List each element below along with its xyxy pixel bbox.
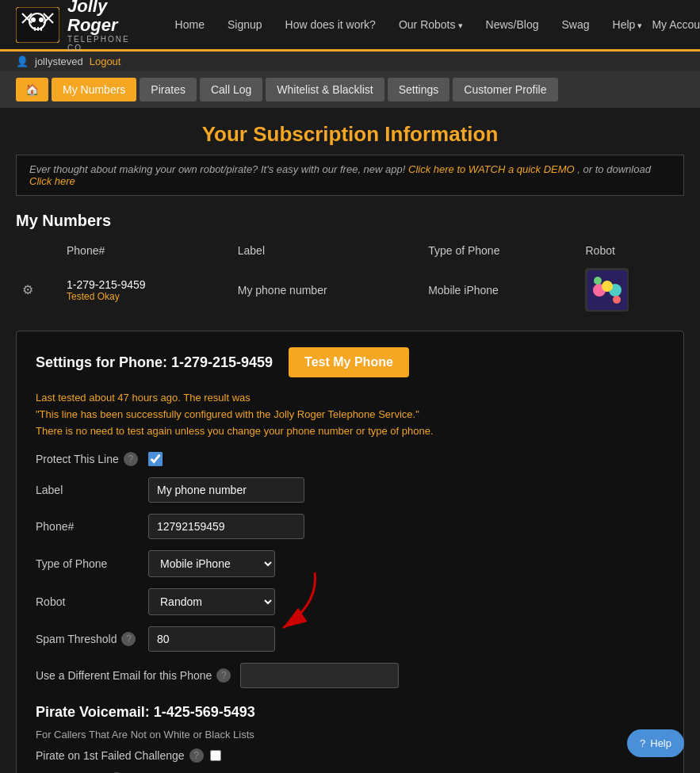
nav-signup[interactable]: Signup xyxy=(218,12,272,37)
tabs-bar: 🏠 My Numbers Pirates Call Log Whitelist … xyxy=(0,71,700,108)
svg-point-15 xyxy=(594,277,602,285)
svg-rect-0 xyxy=(16,7,59,43)
help-icon: ? xyxy=(640,737,645,749)
settings-header: Settings for Phone: 1-279-215-9459 Test … xyxy=(36,347,664,377)
email-help-icon[interactable]: ? xyxy=(216,668,231,683)
col-robot: Robot xyxy=(579,239,684,262)
phone-type-cell: Mobile iPhone xyxy=(422,262,579,318)
svg-rect-6 xyxy=(40,27,42,31)
promo-separator: , or to download xyxy=(577,163,651,175)
nav-how[interactable]: How does it work? xyxy=(276,12,385,37)
nav-news[interactable]: News/Blog xyxy=(476,12,549,37)
robot-image xyxy=(585,268,629,312)
tab-pirates[interactable]: Pirates xyxy=(140,78,197,101)
page-title: Your Subscription Information xyxy=(0,108,700,155)
top-navigation: Jolly Roger TELEPHONE CO Home Signup How… xyxy=(0,0,700,52)
label-row: Label xyxy=(36,477,664,503)
spam-row: Spam Threshold ? xyxy=(36,626,664,652)
nav-robots[interactable]: Our Robots xyxy=(389,12,472,37)
col-label: Label xyxy=(231,239,422,262)
type-label: Type of Phone xyxy=(36,557,139,570)
tested-ok-status: Tested Okay xyxy=(67,291,225,302)
svg-rect-5 xyxy=(37,27,39,31)
spam-label: Spam Threshold ? xyxy=(36,632,139,646)
my-numbers-title: My Numbers xyxy=(16,212,684,230)
protect-label: Protect This Line ? xyxy=(36,452,139,466)
status-line1: Last tested about 47 hours ago. The resu… xyxy=(36,390,664,407)
voicemail-subtitle: For Callers That Are Not on White or Bla… xyxy=(36,729,664,740)
numbers-table: Phone# Label Type of Phone Robot ⚙ 1-279… xyxy=(16,239,684,318)
tab-call-log[interactable]: Call Log xyxy=(200,78,262,101)
phone-label-field: Phone# xyxy=(36,520,139,533)
test-status: Last tested about 47 hours ago. The resu… xyxy=(36,390,664,439)
robot-label: Robot xyxy=(36,595,139,608)
username: jollysteved xyxy=(35,55,83,67)
phone-input[interactable] xyxy=(148,514,304,539)
logout-link[interactable]: Logout xyxy=(90,55,121,67)
pirate-challenge-checkbox[interactable] xyxy=(210,750,221,761)
help-button[interactable]: ? Help xyxy=(627,729,684,757)
status-line3: There is no need to test again unless yo… xyxy=(36,423,664,440)
svg-point-3 xyxy=(39,17,44,22)
spam-input[interactable] xyxy=(148,626,275,652)
type-row: Type of Phone Mobile iPhone Landline VoI… xyxy=(36,550,664,577)
test-my-phone-button[interactable]: Test My Phone xyxy=(289,347,409,377)
label-label: Label xyxy=(36,484,139,496)
pirate-challenge-help-icon[interactable]: ? xyxy=(189,748,204,763)
protect-row: Protect This Line ? xyxy=(36,452,664,466)
settings-title: Settings for Phone: 1-279-215-9459 xyxy=(36,354,273,371)
type-select[interactable]: Mobile iPhone Landline VoIP xyxy=(148,550,275,577)
logo-icon xyxy=(16,5,59,44)
promo-text: Ever thought about making your own robot… xyxy=(29,163,405,175)
svg-point-2 xyxy=(31,17,36,22)
spam-help-icon[interactable]: ? xyxy=(121,632,136,646)
protect-checkbox[interactable] xyxy=(148,452,163,466)
phone-row: Phone# xyxy=(36,514,664,539)
promo-link1[interactable]: Click here to WATCH a quick DEMO xyxy=(408,163,575,175)
nav-my-account[interactable]: My Account xyxy=(652,18,700,31)
logo-text-block: Jolly Roger TELEPHONE CO xyxy=(67,0,134,52)
main-content: My Numbers Phone# Label Type of Phone Ro… xyxy=(0,204,700,773)
nav-home[interactable]: Home xyxy=(166,12,214,37)
voicemail-title: Pirate Voicemail: 1-425-569-5493 xyxy=(36,704,664,721)
table-row: ⚙ 1-279-215-9459 Tested Okay My phone nu… xyxy=(16,262,684,318)
svg-point-16 xyxy=(613,296,621,304)
nav-help[interactable]: Help xyxy=(603,12,652,37)
tab-my-numbers[interactable]: My Numbers xyxy=(52,78,136,101)
email-input[interactable] xyxy=(240,663,399,688)
gear-icon[interactable]: ⚙ xyxy=(22,283,33,297)
col-gear xyxy=(16,239,60,262)
tab-settings[interactable]: Settings xyxy=(388,78,450,101)
user-bar: 👤 jollysteved Logout xyxy=(0,52,700,71)
logo-name: Jolly Roger xyxy=(67,0,134,35)
phone-number: 1-279-215-9459 xyxy=(67,278,225,291)
pirate-challenge-label: Pirate on 1st Failed Challenge ? xyxy=(36,748,204,763)
user-icon: 👤 xyxy=(16,55,29,67)
tab-whitelist[interactable]: Whitelist & Blacklist xyxy=(266,78,384,101)
svg-point-14 xyxy=(602,281,613,292)
logo-sub: TELEPHONE CO xyxy=(67,35,134,52)
email-label: Use a Different Email for this Phone ? xyxy=(36,668,231,683)
svg-rect-4 xyxy=(34,27,36,31)
pirate-challenge-row: Pirate on 1st Failed Challenge ? xyxy=(36,748,664,763)
phone-label-cell: My phone number xyxy=(231,262,422,318)
promo-link2[interactable]: Click here xyxy=(29,175,75,187)
tab-customer-profile[interactable]: Customer Profile xyxy=(453,78,557,101)
robot-row: Robot Random Jolly Roger Whiskey Jack xyxy=(36,588,664,615)
nav-swag[interactable]: Swag xyxy=(553,12,599,37)
col-phone: Phone# xyxy=(60,239,231,262)
col-type: Type of Phone xyxy=(422,239,579,262)
tab-home[interactable]: 🏠 xyxy=(16,78,48,101)
label-input[interactable] xyxy=(148,477,304,503)
logo: Jolly Roger TELEPHONE CO xyxy=(16,0,134,52)
protect-help-icon[interactable]: ? xyxy=(124,452,138,466)
status-line2: "This line has been successfully configu… xyxy=(36,407,664,423)
main-nav: Home Signup How does it work? Our Robots… xyxy=(166,12,652,37)
settings-panel: Settings for Phone: 1-279-215-9459 Test … xyxy=(16,331,684,773)
robot-select[interactable]: Random Jolly Roger Whiskey Jack xyxy=(148,588,275,615)
email-row: Use a Different Email for this Phone ? xyxy=(36,663,664,688)
promo-banner: Ever thought about making your own robot… xyxy=(16,155,684,196)
